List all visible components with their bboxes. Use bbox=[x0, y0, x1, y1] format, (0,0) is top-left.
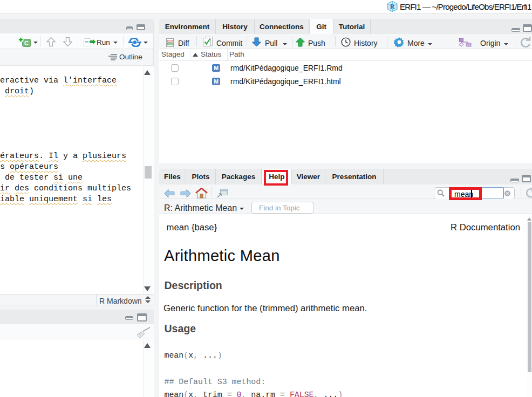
svg-text:C: C bbox=[24, 40, 29, 46]
svg-text:R: R bbox=[390, 3, 395, 10]
